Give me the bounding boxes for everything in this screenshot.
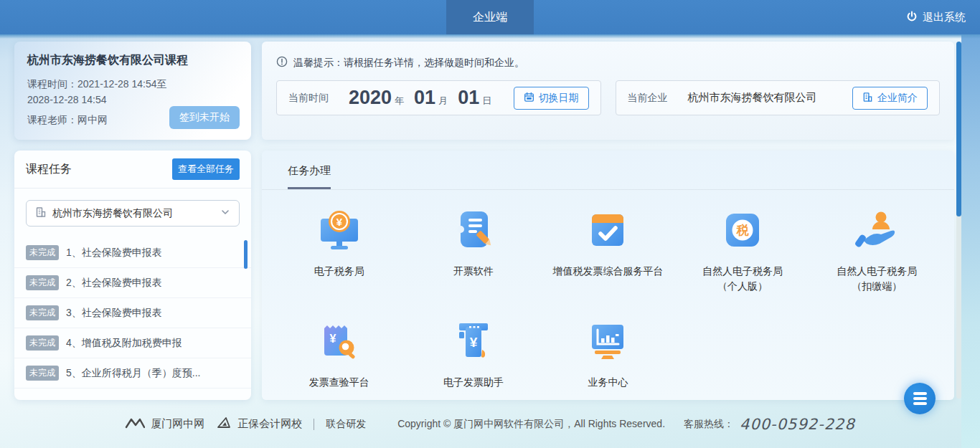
receipt-magnifier-icon: ¥ <box>316 354 362 366</box>
document-pencil-icon <box>451 243 496 255</box>
tasks-title: 课程任务 <box>26 162 72 177</box>
company-intro-label: 企业简介 <box>877 92 918 105</box>
app-invoicing-software[interactable]: 开票软件 <box>413 207 534 294</box>
checkmark-document-icon <box>585 243 631 255</box>
signin-button[interactable]: 签到未开始 <box>169 106 240 129</box>
app-label: 自然人电子税务局 <box>682 264 804 279</box>
app-invoice-check-platform[interactable]: ¥ 发票查验平台 <box>278 318 400 390</box>
app-natural-person-etax-withholding[interactable]: 自然人电子税务局 （扣缴端） <box>816 207 938 294</box>
current-time-box: 当前时间 2020 年 01 月 01 日 切换日期 <box>276 80 601 115</box>
task-label: 4、增值税及附加税费申报 <box>66 337 182 350</box>
task-row[interactable]: 未完成 4、增值税及附加税费申报 <box>14 328 251 358</box>
tasks-header: 课程任务 查看全部任务 <box>14 151 251 189</box>
task-row[interactable]: 未完成 1、社会保险费申报表 <box>14 238 251 268</box>
app-label: 发票查验平台 <box>278 375 400 390</box>
date-month: 01 <box>414 87 435 109</box>
switch-date-label: 切换日期 <box>539 92 579 105</box>
app-natural-person-etax-personal[interactable]: 税 自然人电子税务局 （个人版） <box>682 207 804 294</box>
company-intro-button[interactable]: 企业简介 <box>852 87 928 110</box>
current-company-name: 杭州市东海捞餐饮有限公司 <box>688 91 817 105</box>
info-panel: 温馨提示：请根据任务详情，选择做题时间和企业。 当前时间 2020 年 01 月… <box>262 42 954 140</box>
date-month-unit: 月 <box>438 95 448 108</box>
brand-label: 正保会计网校 <box>237 417 302 431</box>
app-label: 电子发票助手 <box>413 375 534 390</box>
footer-divider <box>314 419 314 430</box>
task-row[interactable]: 未完成 3、社会保险费申报表 <box>14 298 251 328</box>
building-icon <box>862 92 873 105</box>
task-label: 3、社会保险费申报表 <box>66 307 162 320</box>
brand-label: 厦门网中网 <box>151 417 204 431</box>
svg-text:¥: ¥ <box>470 335 478 350</box>
task-label: 2、社会保险费申报表 <box>66 277 162 290</box>
task-label: 1、社会保险费申报表 <box>66 247 162 259</box>
chevron-down-icon <box>220 207 230 220</box>
task-row[interactable]: 未完成 5、企业所得税月（季）度预... <box>14 358 251 389</box>
current-company-label: 当前企业 <box>628 92 668 105</box>
page-scrollbar-thumb[interactable] <box>956 42 961 216</box>
task-label: 5、企业所得税月（季）度预... <box>66 367 200 380</box>
current-date: 2020 年 01 月 01 日 <box>349 87 501 109</box>
brand-wangzhongwang: 厦门网中网 <box>125 417 204 431</box>
hand-person-icon <box>854 243 900 255</box>
notice-row: 温馨提示：请根据任务详情，选择做题时间和企业。 <box>276 56 940 70</box>
date-year: 2020 <box>349 87 392 109</box>
joint-development-label: 联合研发 <box>326 418 366 431</box>
calendar-icon <box>524 92 534 105</box>
task-list-scrollbar-thumb[interactable] <box>244 240 248 269</box>
building-icon <box>35 206 47 221</box>
power-icon <box>906 11 918 24</box>
hamburger-icon <box>913 397 927 400</box>
footer: 厦门网中网 正保会计网校 联合研发 Copyright © 厦门网中网软件有限公… <box>0 400 980 448</box>
app-business-center[interactable]: 业务中心 <box>547 318 669 390</box>
task-row[interactable]: 未完成 2、社会保险费申报表 <box>14 268 251 298</box>
app-einvoice-assistant[interactable]: ¥ 电子发票助手 <box>413 318 534 390</box>
date-year-unit: 年 <box>395 95 404 108</box>
status-badge: 未完成 <box>26 245 59 260</box>
svg-text:¥: ¥ <box>329 333 336 345</box>
task-list: 未完成 1、社会保险费申报表 未完成 2、社会保险费申报表 未完成 3、社会保险… <box>14 238 251 389</box>
svg-text:¥: ¥ <box>336 216 343 228</box>
course-title: 杭州市东海捞餐饮有限公司课程 <box>27 53 238 68</box>
tab-enterprise-label: 企业端 <box>473 10 507 25</box>
floating-menu-button[interactable] <box>904 383 936 414</box>
apps-grid: ¥ 电子税务局 开票软件 <box>262 190 954 390</box>
app-vat-invoice-platform[interactable]: 增值税发票综合服务平台 <box>547 207 669 294</box>
date-day-unit: 日 <box>482 95 491 108</box>
panel-tabs: 任务办理 <box>262 151 954 190</box>
logout-label: 退出系统 <box>923 11 966 24</box>
hotline-label: 客服热线： <box>684 418 734 431</box>
view-all-tasks-button[interactable]: 查看全部任务 <box>172 158 240 180</box>
hamburger-icon <box>913 402 927 405</box>
current-company-box: 当前企业 杭州市东海捞餐饮有限公司 企业简介 <box>616 80 941 115</box>
course-time-to: 2028-12-28 14:54 <box>27 92 238 108</box>
brand-zhengbao: 正保会计网校 <box>216 416 302 432</box>
page-scrollbar-track[interactable] <box>956 42 961 399</box>
app-sublabel: （扣缴端） <box>816 279 938 294</box>
logout-button[interactable]: 退出系统 <box>906 0 966 34</box>
triangle-ruler-logo-icon <box>216 416 232 432</box>
course-time-from: 2021-12-28 14:54至 <box>77 78 167 90</box>
current-time-label: 当前时间 <box>288 92 329 105</box>
switch-date-button[interactable]: 切换日期 <box>514 87 589 110</box>
course-time-label: 课程时间： <box>27 78 77 90</box>
hamburger-icon <box>913 392 927 395</box>
company-select[interactable]: 杭州市东海捞餐饮有限公司 <box>26 200 240 227</box>
copyright-text: Copyright © 厦门网中网软件有限公司，All Rights Reser… <box>397 418 665 431</box>
course-teacher-label: 课程老师： <box>27 114 77 125</box>
app-label: 业务中心 <box>547 375 669 390</box>
app-sublabel: （个人版） <box>682 279 804 294</box>
course-tasks-panel: 课程任务 查看全部任务 杭州市东海捞餐饮有限公司 未完成 1、社会保险费申报表 … <box>14 151 251 400</box>
hotline: 客服热线： 400-0592-228 <box>684 416 855 433</box>
top-bar: 企业端 退出系统 <box>0 0 980 34</box>
tax-app-icon: 税 <box>720 243 765 255</box>
app-label: 增值税发票综合服务平台 <box>547 264 669 279</box>
app-etax-bureau[interactable]: ¥ 电子税务局 <box>278 207 400 294</box>
status-badge: 未完成 <box>26 275 59 290</box>
notice-text: 温馨提示：请根据任务详情，选择做题时间和企业。 <box>293 57 524 70</box>
task-handling-panel: 任务办理 ¥ 电子税务局 <box>262 151 954 400</box>
date-day: 01 <box>458 87 479 109</box>
tab-enterprise[interactable]: 企业端 <box>446 0 534 34</box>
company-select-value: 杭州市东海捞餐饮有限公司 <box>52 207 215 220</box>
tab-task-handling[interactable]: 任务办理 <box>288 164 331 189</box>
app-label: 电子税务局 <box>278 264 400 279</box>
